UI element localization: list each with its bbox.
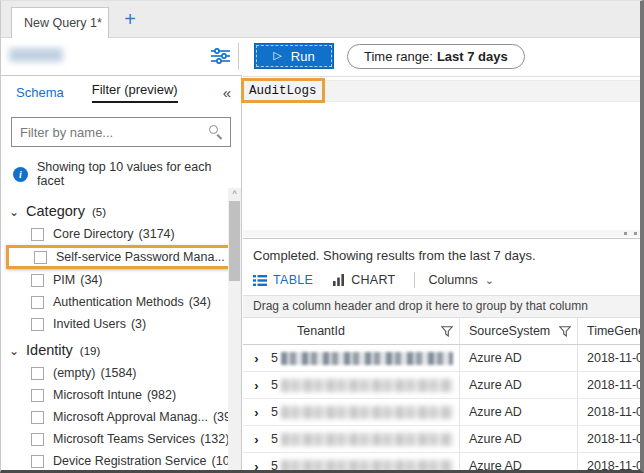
column-header-tenantid[interactable]: TenantId xyxy=(270,318,460,344)
checkbox[interactable] xyxy=(31,318,44,331)
new-tab-button[interactable]: + xyxy=(117,6,143,32)
time-range-button[interactable]: Time range: Last 7 days xyxy=(347,44,525,69)
query-tab-bar: New Query 1* + xyxy=(1,1,640,38)
table-row[interactable]: › 5 Azure AD 2018-11-01T xyxy=(243,372,644,399)
play-icon: ▷ xyxy=(273,49,281,62)
row-expander-icon[interactable]: › xyxy=(243,399,270,425)
facet-item-count: (34) xyxy=(189,295,211,309)
facet-group-category[interactable]: ⌄ Category (5) xyxy=(1,196,241,223)
run-button[interactable]: ▷ Run xyxy=(254,43,334,69)
column-header-label: SourceSystem xyxy=(469,324,550,338)
table-icon xyxy=(253,275,267,286)
time-range-value: Last 7 days xyxy=(437,49,508,64)
timegenerated-cell: 2018-11-01T xyxy=(587,351,644,365)
filter-funnel-icon[interactable] xyxy=(441,326,453,337)
tab-chart[interactable]: CHART xyxy=(333,273,395,287)
facet-info-row: i Showing top 10 values for each facet xyxy=(13,160,231,188)
tenantid-cell: 5 xyxy=(271,432,278,446)
tab-new-query[interactable]: New Query 1* xyxy=(11,7,109,38)
chevron-down-icon: ⌄ xyxy=(9,344,19,358)
table-row[interactable]: › 5 Azure AD 2018-11-01T xyxy=(243,453,644,473)
sourcesystem-cell: Azure AD xyxy=(469,459,522,473)
facet-group-name: Identity xyxy=(26,342,73,358)
checkbox[interactable] xyxy=(31,274,44,287)
timegenerated-cell: 2018-11-01T xyxy=(587,459,644,473)
facet-item-label: Invited Users xyxy=(53,317,126,331)
row-expander-icon[interactable]: › xyxy=(243,345,270,371)
facet-item-self-service-password[interactable]: Self-service Password Mana... (51) xyxy=(6,245,233,269)
query-settings-icon[interactable] xyxy=(211,47,230,65)
table-row[interactable]: › 5 Azure AD 2018-11-01T xyxy=(243,345,644,372)
tab-chart-label: CHART xyxy=(351,273,395,287)
row-expander-icon[interactable]: › xyxy=(243,453,270,473)
checkbox[interactable] xyxy=(31,367,44,380)
column-header-timegenerated[interactable]: TimeGenera xyxy=(578,318,644,344)
scrollbar-up-icon[interactable]: ^ xyxy=(228,189,241,199)
tab-filter-preview[interactable]: Filter (preview) xyxy=(92,82,178,103)
checkbox[interactable] xyxy=(31,411,44,424)
facet-item-microsoft-intune[interactable]: Microsoft Intune (982) xyxy=(1,384,241,406)
results-panel: Completed. Showing results from the last… xyxy=(243,238,644,473)
facet-item-authentication-methods[interactable]: Authentication Methods (34) xyxy=(1,291,241,313)
facet-group-count: (19) xyxy=(80,345,100,357)
header-divider xyxy=(238,43,239,70)
facet-item-microsoft-teams[interactable]: Microsoft Teams Services (132) xyxy=(1,428,241,450)
filter-funnel-icon[interactable] xyxy=(559,326,571,337)
collapse-sidebar-icon[interactable]: « xyxy=(223,84,231,101)
row-expander-icon[interactable]: › xyxy=(243,426,270,452)
columns-dropdown-label: Columns xyxy=(429,273,478,287)
facet-scrollbar[interactable]: ^ xyxy=(228,188,241,473)
tenantid-redacted-blur xyxy=(281,379,453,392)
query-text[interactable]: AuditLogs xyxy=(249,84,317,98)
filter-by-name-input[interactable] xyxy=(11,117,231,147)
facet-item-count: (982) xyxy=(147,388,176,402)
sourcesystem-cell: Azure AD xyxy=(469,432,522,446)
tenantid-redacted-blur xyxy=(281,406,453,419)
table-row[interactable]: › 5 Azure AD 2018-11-01T xyxy=(243,426,644,453)
time-range-label: Time range: xyxy=(364,49,433,64)
workspace-name-redacted xyxy=(9,48,63,62)
query-editor[interactable]: AuditLogs xyxy=(243,76,644,238)
scrollbar-thumb[interactable] xyxy=(229,201,240,281)
chevron-down-icon: ⌄ xyxy=(485,274,494,287)
facet-item-label: (empty) xyxy=(53,366,95,380)
sidebar-tabs: Schema Filter (preview) « xyxy=(1,76,241,109)
facet-group-name: Category xyxy=(26,203,85,219)
results-view-bar: TABLE CHART Columns ⌄ xyxy=(243,272,644,288)
facet-item-empty[interactable]: (empty) (1584) xyxy=(1,362,241,384)
facet-item-invited-users[interactable]: Invited Users (3) xyxy=(1,313,241,335)
tab-table[interactable]: TABLE xyxy=(253,273,313,287)
facet-item-count: (34) xyxy=(80,273,102,287)
group-by-drop-zone[interactable]: Drag a column header and drop it here to… xyxy=(243,295,644,318)
query-header-row: ▷ Run Time range: Last 7 days xyxy=(1,38,640,75)
checkbox[interactable] xyxy=(31,455,44,468)
facet-search xyxy=(11,117,231,147)
checkbox[interactable] xyxy=(34,251,47,264)
columns-dropdown[interactable]: Columns ⌄ xyxy=(429,273,495,287)
timegenerated-cell: 2018-11-01T xyxy=(587,405,644,419)
checkbox[interactable] xyxy=(31,433,44,446)
checkbox[interactable] xyxy=(31,228,44,241)
facet-item-label: Self-service Password Mana... xyxy=(56,250,225,264)
facet-item-count: (3174) xyxy=(139,227,175,241)
info-icon: i xyxy=(13,167,28,182)
facet-item-microsoft-approval[interactable]: Microsoft Approval Manag... (395) xyxy=(1,406,241,428)
facet-item-device-registration[interactable]: Device Registration Service (104) xyxy=(1,450,241,472)
row-expander-icon[interactable]: › xyxy=(243,372,270,398)
search-icon xyxy=(209,125,223,139)
facet-item-label: PIM xyxy=(53,273,75,287)
timegenerated-cell: 2018-11-01T xyxy=(587,432,644,446)
expander-header-cell xyxy=(243,318,270,344)
checkbox[interactable] xyxy=(31,389,44,402)
app-window: New Query 1* + ▷ Run Time range: Last 7 … xyxy=(0,0,644,473)
column-header-sourcesystem[interactable]: SourceSystem xyxy=(460,318,578,344)
table-row[interactable]: › 5 Azure AD 2018-11-01T xyxy=(243,399,644,426)
tab-schema[interactable]: Schema xyxy=(16,85,64,100)
grid-header-row: TenantId SourceSystem TimeGenera xyxy=(243,318,644,345)
editor-horizontal-scrollbar[interactable] xyxy=(243,230,644,237)
tenantid-cell: 5 xyxy=(271,459,278,473)
facet-group-identity[interactable]: ⌄ Identity (19) xyxy=(1,335,241,362)
facet-item-core-directory[interactable]: Core Directory (3174) xyxy=(1,223,241,245)
facet-item-pim[interactable]: PIM (34) xyxy=(1,269,241,291)
checkbox[interactable] xyxy=(31,296,44,309)
